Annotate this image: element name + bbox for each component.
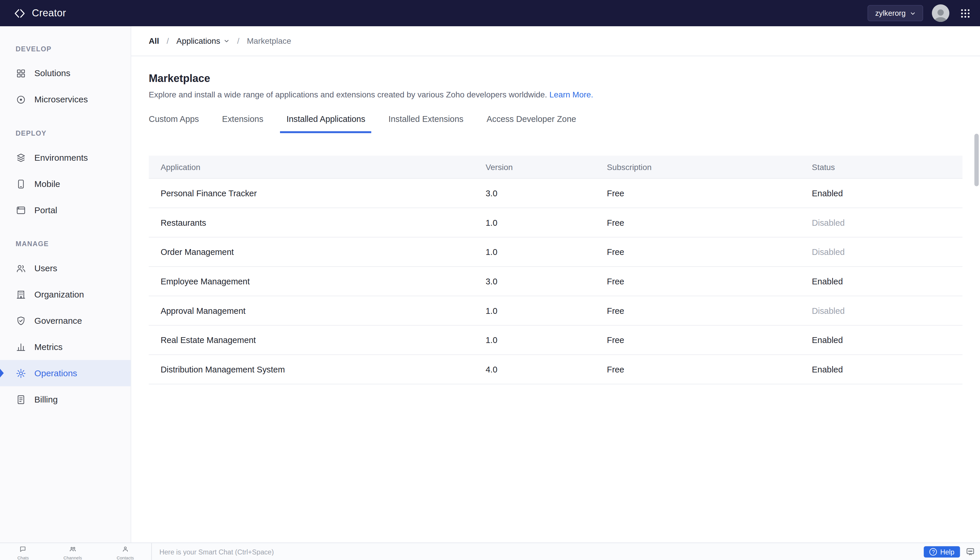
sidebar-item-microservices[interactable]: Microservices	[0, 86, 131, 113]
sidebar-item-label: Portal	[34, 205, 57, 215]
page-title: Marketplace	[149, 73, 962, 85]
sidebar-item-label: Governance	[34, 316, 82, 325]
page-subtitle: Explore and install a wide range of appl…	[149, 90, 962, 100]
app-window: Creator zylkerorg	[0, 0, 980, 560]
cell-subscription: Free	[595, 277, 800, 286]
topbar: Creator zylkerorg	[0, 0, 980, 26]
smart-chat-bot-icon[interactable]	[966, 547, 975, 556]
sidebar-item-organization[interactable]: Organization	[0, 281, 131, 307]
cell-subscription: Free	[595, 335, 800, 345]
chatbar-item-channels[interactable]: Channels	[63, 543, 82, 560]
chatbar-item-label: Chats	[17, 555, 28, 560]
sidebar-item-billing[interactable]: Billing	[0, 386, 131, 412]
table-row[interactable]: Approval Management 1.0 Free Disabled	[149, 296, 962, 326]
channels-icon	[69, 543, 76, 555]
apps-grid-icon[interactable]	[960, 8, 970, 18]
section-label-develop: DEVELOP	[16, 45, 131, 54]
chatbar-item-contacts[interactable]: Contacts	[117, 543, 134, 560]
sidebar-item-portal[interactable]: Portal	[0, 197, 131, 223]
sidebar-item-label: Solutions	[34, 68, 70, 78]
sidebar-item-label: Microservices	[34, 95, 88, 104]
cell-version: 1.0	[474, 306, 595, 315]
operations-icon	[16, 368, 26, 378]
col-header-status: Status	[800, 162, 962, 172]
cell-application: Order Management	[149, 247, 474, 257]
chatbar-item-label: Channels	[63, 555, 82, 560]
billing-icon	[16, 394, 26, 405]
cell-application: Distribution Management System	[149, 365, 474, 374]
tab-installed-extensions[interactable]: Installed Extensions	[382, 114, 470, 133]
sidebar-item-label: Organization	[34, 289, 84, 299]
cell-version: 1.0	[474, 335, 595, 345]
cell-application: Employee Management	[149, 277, 474, 286]
cell-subscription: Free	[595, 188, 800, 198]
solutions-icon	[16, 68, 26, 78]
cell-version: 1.0	[474, 247, 595, 257]
chatbar-item-label: Contacts	[117, 555, 134, 560]
tab-installed-applications[interactable]: Installed Applications	[280, 114, 372, 133]
cell-subscription: Free	[595, 218, 800, 227]
creator-logo-icon	[14, 7, 26, 19]
tab-custom-apps[interactable]: Custom Apps	[143, 114, 205, 133]
vertical-scrollbar-thumb[interactable]	[975, 134, 979, 187]
breadcrumb-all[interactable]: All	[149, 36, 159, 45]
tab-extensions[interactable]: Extensions	[216, 114, 270, 133]
org-selector-button[interactable]: zylkerorg	[868, 5, 923, 21]
sidebar-item-metrics[interactable]: Metrics	[0, 334, 131, 360]
section-label-deploy: DEPLOY	[16, 130, 131, 138]
learn-more-link[interactable]: Learn More.	[550, 90, 593, 100]
app-title: Creator	[32, 8, 66, 19]
cell-subscription: Free	[595, 306, 800, 315]
sidebar-item-environments[interactable]: Environments	[0, 144, 131, 171]
breadcrumb-separator: /	[237, 36, 240, 45]
cell-application: Real Estate Management	[149, 335, 474, 345]
microservices-icon	[16, 94, 26, 105]
section-label-manage: MANAGE	[16, 240, 131, 249]
table-row[interactable]: Employee Management 3.0 Free Enabled	[149, 267, 962, 296]
table-row[interactable]: Restaurants 1.0 Free Disabled	[149, 208, 962, 238]
sidebar-item-label: Metrics	[34, 342, 63, 352]
cell-status: Enabled	[800, 365, 962, 374]
sidebar-item-operations[interactable]: Operations	[0, 360, 131, 386]
sidebar-item-users[interactable]: Users	[0, 255, 131, 281]
smart-chat-input[interactable]	[152, 548, 924, 555]
cell-version: 4.0	[474, 365, 595, 374]
cell-version: 1.0	[474, 218, 595, 227]
sidebar-item-governance[interactable]: Governance	[0, 307, 131, 334]
metrics-icon	[16, 342, 26, 352]
breadcrumb-current: Marketplace	[247, 36, 291, 45]
table-row[interactable]: Distribution Management System 4.0 Free …	[149, 355, 962, 384]
table-row[interactable]: Personal Finance Tracker 3.0 Free Enable…	[149, 179, 962, 208]
chats-icon	[20, 543, 27, 555]
mobile-icon	[16, 178, 26, 189]
table-row[interactable]: Real Estate Management 1.0 Free Enabled	[149, 325, 962, 355]
page-subtitle-text: Explore and install a wide range of appl…	[149, 90, 547, 100]
user-avatar[interactable]	[932, 4, 949, 22]
breadcrumb: All / Applications / Marketplace	[131, 26, 980, 56]
organization-icon	[16, 289, 26, 300]
breadcrumb-separator: /	[167, 36, 169, 45]
tab-access-developer-zone[interactable]: Access Developer Zone	[480, 114, 582, 133]
col-header-application: Application	[149, 162, 474, 172]
chatbar-item-chats[interactable]: Chats	[17, 543, 28, 560]
breadcrumb-applications[interactable]: Applications	[177, 36, 230, 45]
cell-status: Disabled	[800, 247, 962, 257]
help-button[interactable]: ? Help	[924, 546, 960, 557]
org-name: zylkerorg	[875, 9, 906, 18]
col-header-version: Version	[474, 162, 595, 172]
chevron-down-icon	[224, 36, 230, 45]
table-row[interactable]: Order Management 1.0 Free Disabled	[149, 237, 962, 267]
col-header-subscription: Subscription	[595, 162, 800, 172]
cell-application: Personal Finance Tracker	[149, 188, 474, 198]
cell-status: Enabled	[800, 277, 962, 286]
sidebar-item-mobile[interactable]: Mobile	[0, 171, 131, 197]
sidebar-item-solutions[interactable]: Solutions	[0, 60, 131, 86]
installed-applications-table: Application Version Subscription Status …	[149, 156, 962, 384]
portal-icon	[16, 205, 26, 215]
sidebar-item-label: Billing	[34, 394, 58, 404]
sidebar-item-label: Users	[34, 263, 57, 273]
cell-subscription: Free	[595, 247, 800, 257]
breadcrumb-applications-label: Applications	[177, 36, 220, 45]
cell-application: Approval Management	[149, 306, 474, 315]
chevron-down-icon	[910, 10, 915, 16]
